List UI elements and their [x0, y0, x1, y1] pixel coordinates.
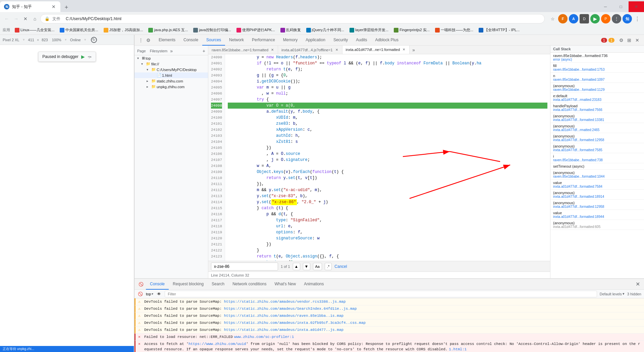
tab-adblock[interactable]: Adblock Plus [371, 35, 402, 46]
console-level-selector[interactable]: Default levels ▾ [600, 292, 625, 296]
devtools-customize-button[interactable]: ⋮ [137, 37, 145, 44]
call-stack-item[interactable]: setTimeout (async) [550, 163, 644, 170]
console-tab-search[interactable]: Search [208, 279, 228, 290]
maximize-button[interactable]: □ [613, 1, 629, 12]
devtools-settings-button[interactable]: ⚙ [617, 36, 625, 44]
search-prev-button[interactable]: ▲ [293, 263, 300, 270]
search-next-button[interactable]: ▼ [303, 263, 310, 270]
address-bar[interactable]: 🔒 文件 C:/Users/MyPC/Desktop/1.html [40, 14, 545, 23]
console-clear-button[interactable]: 🚫 [137, 281, 145, 288]
sources-more-tab[interactable]: » [170, 48, 173, 54]
sources-page-tab[interactable]: Page [137, 49, 146, 53]
editor-tab-inxta-offline[interactable]: inxta.a01d477df...4.js?offline=1 ✕ [278, 46, 342, 54]
bookmark-java-aes[interactable]: java.php.js:AES 互... [146, 27, 190, 33]
extension-f[interactable]: F [558, 14, 568, 23]
tree-item-file[interactable]: ▾ 📁 file:// [135, 61, 208, 67]
tab-audits[interactable]: Audits [352, 35, 371, 46]
add-folder-button[interactable]: + [203, 48, 205, 54]
bookmark-js[interactable]: JS加密，JS高级加... [102, 27, 145, 33]
step-over-button[interactable]: ⤼ [88, 54, 92, 59]
tree-item-1html[interactable]: 📄 1.html [135, 72, 208, 78]
more-tabs-button[interactable]: » [410, 46, 418, 54]
tab-memory[interactable]: Memory [279, 35, 302, 46]
tab-close-button[interactable]: ✕ [51, 4, 56, 9]
rotate-button[interactable]: ↻ [91, 37, 97, 43]
extension-orange[interactable]: P [601, 14, 610, 23]
sourcemap-link[interactable]: https://static.zhihu.com/amadeus/inxta.0… [224, 321, 366, 325]
error-link[interactable]: 1.html:1 [449, 347, 467, 351]
bookmark-php-apk[interactable]: 使用PHP进行APK... [234, 27, 277, 33]
console-tab-animations[interactable]: Animations [300, 279, 328, 290]
bookmark-miao[interactable]: 一喵科技——为您... [433, 27, 475, 33]
editor-tab-inxta-formatted[interactable]: inxta.a01d477df...ne=1:formatted ✕ [342, 46, 410, 54]
tree-item-top[interactable]: ▾ ⊞ top [135, 55, 208, 61]
bookmark-layer[interactable]: layer弹层组件开发... [347, 27, 390, 33]
tab-security[interactable]: Security [329, 35, 352, 46]
call-stack-item[interactable]: fill raven.85e1bbabe...formatted:1753 [550, 63, 644, 73]
tab-network[interactable]: Network [225, 35, 248, 46]
search-input[interactable] [211, 262, 278, 271]
console-top-selector[interactable]: top ▾ [146, 292, 153, 296]
new-tab-button[interactable]: + [62, 3, 71, 12]
call-stack-item[interactable]: e:default inxta.a01d477df...rmatted:2318… [550, 93, 644, 103]
call-stack-item[interactable]: raven.85e1bbabe...formatted:736 error (a… [550, 53, 644, 63]
devtools-close-btn[interactable]: ✕ [633, 36, 641, 44]
code-content[interactable]: 24090 24091 24092 24093 24094 24095 2409… [208, 54, 550, 261]
call-stack-item[interactable]: n raven.85e1bbabe...formatted:1097 [550, 73, 644, 83]
bookmark-http[interactable]: 【全球HTTP】- IPL... [477, 27, 522, 33]
tab-close-inxta-offline[interactable]: ✕ [335, 48, 339, 52]
close-button[interactable]: ✕ [629, 1, 644, 12]
tab-close-inxta-formatted[interactable]: ✕ [402, 48, 406, 52]
chrome-menu-button[interactable]: ⋮ [633, 15, 641, 23]
back-button[interactable]: ← [3, 15, 11, 23]
call-stack-item[interactable]: (anonymous) inxta.a01d477df...formatted:… [550, 220, 644, 230]
bookmark-house[interactable]: 中央国家机关住房... [58, 27, 100, 33]
call-stack-item[interactable]: (anonymous) inxta.a01d477df...formatted:… [550, 113, 644, 123]
console-close-button[interactable]: ✕ [634, 281, 641, 288]
cors-link[interactable]: https://www.zhihu.com/uuid [189, 342, 246, 346]
console-tab-request-blocking[interactable]: Request blocking [169, 279, 208, 290]
console-tab-console[interactable]: Console [146, 279, 169, 290]
search-cancel-button[interactable]: Cancel [334, 264, 347, 269]
call-stack-item[interactable]: value inxta.a01d477df...formatted:7584 [550, 180, 644, 190]
console-tab-whats-new[interactable]: What's New [271, 279, 300, 290]
call-stack-item[interactable]: (anonymous) inxta.a01d477df...formatted:… [550, 133, 644, 143]
tab-performance[interactable]: Performance [248, 35, 279, 46]
editor-tab-raven[interactable]: raven.85e1bbabe...ne=1:formatted ✕ [208, 46, 278, 54]
call-stack-item[interactable]: (anonymous) inxta.a01d477df...formatted:… [550, 200, 644, 210]
console-eye-button[interactable]: 👁 [156, 291, 162, 297]
call-stack-item[interactable]: (anonymous) inxta.a01d477df...formatted:… [550, 143, 644, 153]
sourcemap-link[interactable]: https://static.zhihu.com/amadeus/SearchI… [224, 307, 357, 311]
call-stack-item[interactable]: (anonymous) raven.85e1bbabe...formatted:… [550, 83, 644, 93]
search-case-sensitive-button[interactable]: Aa [313, 263, 322, 270]
extension-adp[interactable]: A [569, 14, 578, 23]
bookmark-luanma[interactable]: 乱码恢复 [278, 27, 303, 33]
console-tab-network-conditions[interactable]: Network conditions [228, 279, 270, 290]
profile-button[interactable]: 知 [623, 14, 632, 23]
tab-application[interactable]: Application [302, 35, 329, 46]
sourcemap-link[interactable]: https://static.zhihu.com/amadeus/vendor.… [224, 300, 346, 304]
tab-elements[interactable]: Elements [155, 35, 179, 46]
search-regex-button[interactable]: .* [325, 263, 332, 270]
call-stack-item[interactable]: i raven.85e1bbabe...formatted:738 [550, 153, 644, 163]
devtools-dock-button[interactable]: ⊞ [625, 36, 633, 44]
call-stack-item[interactable]: (anonymous) raven.85e1bbabe...formatted:… [550, 170, 644, 180]
sourcemap-link[interactable]: https://static.zhihu.com/amadeus/raven.8… [224, 314, 343, 318]
call-stack-item[interactable]: (anonymous) inxta.a01d477df...formatted:… [550, 190, 644, 200]
console-filter-input[interactable] [165, 291, 597, 297]
sources-filesystem-tab[interactable]: Filesystem [150, 49, 168, 53]
tree-item-desktop[interactable]: ▾ 📁 C:/Users/MyPC/Desktop [135, 67, 208, 72]
error-link[interactable]: www.zhihu.com/sc-profiler:1 [234, 335, 294, 339]
active-tab[interactable]: 知 知乎 - 知乎 ✕ [0, 1, 60, 12]
bookmark-linux[interactable]: Linux——几全安装... [13, 27, 56, 33]
call-stack-item[interactable]: (anonymous) inxta.a01d477df...rmatted:24… [550, 123, 644, 133]
home-button[interactable]: ⌂ [31, 15, 39, 23]
reload-button[interactable]: ✕ [21, 15, 30, 23]
tree-item-unpkg[interactable]: ▸ 📁 unpkg.zhihu.com [135, 84, 208, 90]
bookmark-java-console[interactable]: java控制台打印编... [191, 27, 233, 33]
resume-button[interactable]: ▶ [81, 54, 85, 59]
extension-play[interactable]: ▶ [590, 14, 600, 23]
call-stack-item[interactable]: handlePayload inxta.a01d477df...formatte… [550, 103, 644, 113]
tree-item-static[interactable]: ▸ 📁 static.zhihu.com [135, 78, 208, 84]
sourcemap-link[interactable]: https://static.zhihu.com/amadeus/inxta.a… [224, 328, 343, 332]
